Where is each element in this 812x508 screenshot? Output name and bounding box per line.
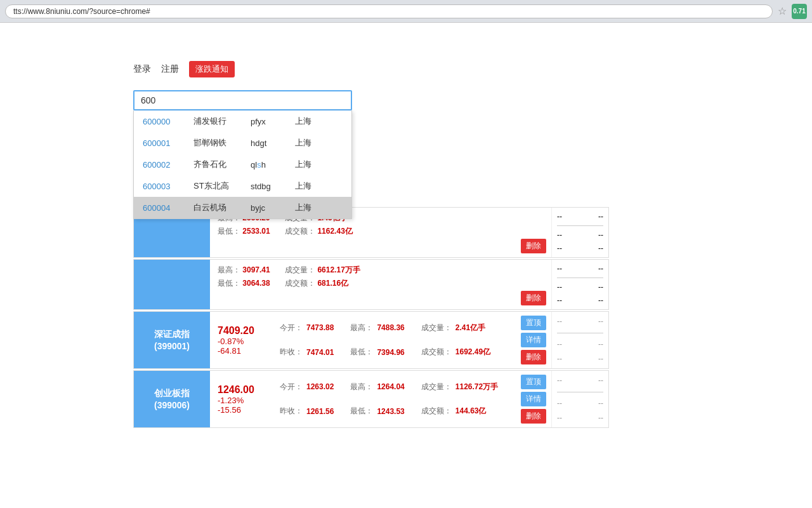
above2-high-label: 最高： [218,265,240,274]
vol-val-sz399006: 1126.72万手 [455,382,498,392]
dd-code-3: 600003 [143,182,181,191]
browser-extension[interactable]: 0.71 [792,4,807,19]
dropdown-item-2[interactable]: 600002 齐鲁石化 qlsh 上海 [134,154,351,175]
detail-row-open-sz399001: 今开： 7473.88 最高： 7488.36 成交量： 2.41亿手 [280,323,509,333]
above2-right-row-1: ---- [557,264,603,273]
search-input[interactable] [133,90,352,110]
above-amount-label: 成交额： [285,227,315,236]
card-buttons-sz399006: 置顶 详情 删除 [516,371,551,427]
above-low-val: 2533.01 [242,227,270,236]
above-delete-button[interactable]: 删除 [521,239,546,253]
above2-amount-label: 成交额： [285,279,315,288]
price-pct-sz399001: -0.87% [218,337,266,346]
dd-code-1: 600001 [143,138,181,148]
open-val-sz399001: 7473.88 [306,323,334,332]
low-val-sz399001: 7394.96 [377,348,404,357]
dd-market-4: 上海 [295,202,311,213]
login-link[interactable]: 登录 [133,64,151,75]
vol-label-sz399001: 成交量： [421,323,452,333]
high-val-sz399006: 1264.04 [377,382,404,391]
dropdown-item-1[interactable]: 600001 邯郸钢铁 hdgt 上海 [134,132,351,154]
detail-row-open-sz399006: 今开： 1263.02 最高： 1264.04 成交量： 1126.72万手 [280,382,509,392]
above-right-row-2: ---- [557,231,603,239]
dd-market-1: 上海 [295,137,311,149]
price-main-sz399001: 7409.20 [218,325,266,337]
low-label-sz399001: 最低： [350,347,373,358]
dd-code-4: 600004 [143,203,181,213]
dropdown-list: 600000 浦发银行 pfyx 上海 600001 邯郸钢铁 hdgt 上海 … [133,110,352,219]
above2-low-label: 最低： [218,279,240,288]
amount-val-sz399006: 144.63亿 [455,406,487,417]
details-button-sz399006[interactable]: 详情 [521,392,546,406]
right-row-3-sz399001: -- -- [557,354,603,363]
stock-name-sz399001: 深证成指(399001) [154,328,190,351]
stock-list: 最高： 2556.29 成交量： 1.45亿手 最低： 2533.01 成交额：… [133,207,609,429]
low-label-sz399006: 最低： [350,406,373,417]
dd-market-2: 上海 [295,159,311,170]
dd-pinyin-1: hdgt [251,138,282,148]
dd-name-2: 齐鲁石化 [193,159,238,170]
register-link[interactable]: 注册 [161,64,179,75]
card-left-sz399006: 创业板指(399006) [134,371,210,427]
dd-name-3: ST东北高 [193,180,238,192]
top-nav: 登录 注册 涨跌通知 [133,61,812,77]
details-button-sz399001[interactable]: 详情 [521,333,546,347]
above2-amount-val: 681.16亿 [317,279,348,288]
dropdown-item-0[interactable]: 600000 浦发银行 pfyx 上海 [134,110,351,132]
stock-card-sz399001: 深证成指(399001) 7409.20 -0.87% -64.81 今开： 7… [133,311,609,369]
close-val-sz399006: 1261.56 [306,407,334,416]
card-price-sz399006: 1246.00 -1.23% -15.56 [210,371,273,427]
price-pct-sz399006: -1.23% [218,396,266,405]
bookmark-icon[interactable]: ☆ [778,5,787,17]
delete-button-sz399006[interactable]: 删除 [521,409,546,424]
right-row-3-sz399006: -- -- [557,413,603,422]
search-dropdown: 600000 浦发银行 pfyx 上海 600001 邯郸钢铁 hdgt 上海 … [133,110,352,219]
delete-button-sz399001[interactable]: 删除 [521,350,546,364]
amount-val-sz399001: 1692.49亿 [455,347,490,358]
dd-name-0: 浦发银行 [193,116,238,127]
card-right-sz399006: -- -- -- -- -- -- [551,371,608,427]
card-detail-sz399006: 今开： 1263.02 最高： 1264.04 成交量： 1126.72万手 昨… [273,371,516,427]
stock-name-sz399006: 创业板指(399006) [154,387,190,410]
dd-market-0: 上海 [295,116,311,127]
high-val-sz399001: 7488.36 [377,323,404,332]
dd-pinyin-3: stdbg [251,182,282,191]
above2-delete-button[interactable]: 删除 [521,291,546,305]
detail-row-close-sz399006: 昨收： 1261.56 最低： 1243.53 成交额： 144.63亿 [280,406,509,417]
above2-low-val: 3064.38 [242,279,270,288]
url-bar[interactable]: tts://www.8niuniu.com/?source=chrome# [5,4,773,18]
above2-vol-label: 成交量： [285,265,315,274]
right-row-1-sz399006: -- -- [557,376,603,385]
open-label-sz399001: 今开： [280,323,303,333]
above-right-row-3: ---- [557,244,603,253]
above2-right-row-2: ---- [557,283,603,291]
price-val-sz399001: -64.81 [218,346,266,356]
dropdown-item-4[interactable]: 600004 白云机场 byjc 上海 [134,197,351,218]
high-label-sz399001: 最高： [350,323,373,333]
zhiding-button-sz399006[interactable]: 置顶 [521,375,546,389]
card-buttons-sz399001: 置顶 详情 删除 [516,312,551,368]
above-amount-val: 1162.43亿 [317,227,352,236]
dd-market-3: 上海 [295,180,311,192]
dd-pinyin-4: byjc [251,203,282,213]
vol-label-sz399006: 成交量： [421,382,452,392]
right-row-2-sz399001: -- -- [557,340,603,349]
close-label-sz399001: 昨收： [280,347,303,358]
close-label-sz399006: 昨收： [280,406,303,417]
dd-name-4: 白云机场 [193,202,238,213]
notify-button[interactable]: 涨跌通知 [189,61,235,77]
dd-code-2: 600002 [143,160,181,170]
close-val-sz399001: 7474.01 [306,348,334,357]
dd-pinyin-2: qlsh [251,160,282,170]
dd-name-1: 邯郸钢铁 [193,137,238,149]
open-label-sz399006: 今开： [280,382,303,392]
card-price-sz399001: 7409.20 -0.87% -64.81 [210,312,273,368]
stock-card-placeholder-2: 最高： 3097.41 成交量： 6612.17万手 最低： 3064.38 成… [133,259,609,310]
vol-val-sz399001: 2.41亿手 [455,323,485,333]
amount-label-sz399001: 成交额： [421,347,452,358]
dropdown-item-3[interactable]: 600003 ST东北高 stdbg 上海 [134,175,351,197]
zhiding-button-sz399001[interactable]: 置顶 [521,316,546,330]
price-val-sz399006: -15.56 [218,405,266,415]
browser-chrome: tts://www.8niuniu.com/?source=chrome# ☆ … [0,0,812,23]
page-content: 登录 注册 涨跌通知 600000 浦发银行 pfyx 上海 600001 邯郸… [0,23,812,508]
